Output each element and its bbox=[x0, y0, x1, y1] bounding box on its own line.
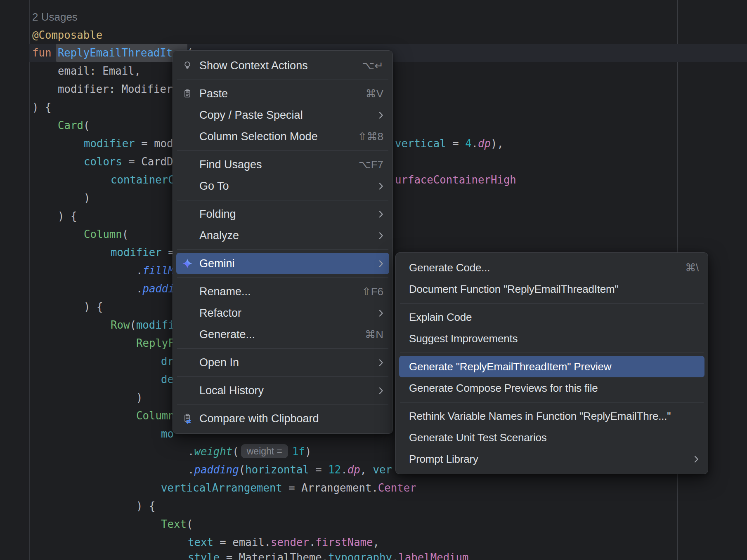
code-line[interactable]: Card( bbox=[58, 116, 90, 134]
code-line[interactable]: ) { bbox=[136, 497, 155, 515]
submenu-item-generate-unit-test-scenarios[interactable]: Generate Unit Test Scenarios bbox=[396, 427, 708, 448]
code-token: ( bbox=[83, 119, 90, 132]
code-line[interactable]: Column( bbox=[84, 225, 128, 243]
code-token: Row bbox=[111, 319, 130, 331]
menu-separator bbox=[173, 373, 392, 380]
code-token: labelMedium bbox=[398, 551, 468, 560]
menu-item-label: Paste bbox=[199, 87, 357, 100]
code-line[interactable]: ReplyF bbox=[136, 334, 175, 352]
submenu-item-generate-compose-previews-for-this-file[interactable]: Generate Compose Previews for this file bbox=[396, 377, 708, 399]
menu-item-gemini[interactable]: Gemini bbox=[176, 253, 389, 274]
shortcut-hint: ⌘\ bbox=[685, 261, 699, 274]
code-line[interactable]: email: Email, bbox=[58, 62, 141, 80]
code-line[interactable]: ) bbox=[84, 189, 90, 207]
menu-item-refactor[interactable]: Refactor bbox=[173, 302, 392, 324]
code-token: . bbox=[322, 551, 328, 560]
gemini-submenu: Generate Code...⌘\Document Function "Rep… bbox=[395, 252, 708, 474]
menu-item-folding[interactable]: Folding bbox=[173, 203, 392, 225]
menu-item-analyze[interactable]: Analyze bbox=[173, 225, 392, 246]
code-token: modifier: Modifier bbox=[58, 83, 173, 95]
submenu-item-prompt-library[interactable]: Prompt Library bbox=[396, 448, 708, 470]
code-token: weight bbox=[194, 445, 232, 458]
menu-item-label: Copy / Paste Special bbox=[199, 109, 371, 122]
code-line[interactable]: style = MaterialTheme.typography.labelMe… bbox=[188, 548, 469, 560]
shortcut-hint: ⌥F7 bbox=[359, 158, 383, 171]
code-token: de bbox=[161, 373, 174, 386]
submenu-item-document-function-replyemailthreaditem[interactable]: Document Function "ReplyEmailThreadItem" bbox=[396, 278, 708, 300]
ide-editor-screen: { "editor": { "colors": { "background": … bbox=[0, 0, 747, 560]
code-token: ReplyF bbox=[136, 337, 175, 349]
code-line[interactable]: .padding(horizontal = 12.dp, ver bbox=[188, 461, 392, 479]
code-token: ) { bbox=[32, 101, 51, 113]
menu-item-label: Gemini bbox=[199, 257, 371, 270]
menu-item-column-selection-mode[interactable]: Column Selection Mode⇧⌘8 bbox=[173, 126, 392, 147]
code-token: ) bbox=[84, 192, 90, 204]
code-line[interactable]: mo bbox=[161, 425, 174, 443]
code-token: ver bbox=[373, 464, 392, 476]
menu-item-label: Generate Compose Previews for this file bbox=[409, 382, 699, 395]
menu-item-label: Suggest Improvements bbox=[409, 332, 699, 345]
submenu-item-explain-code[interactable]: Explain Code bbox=[396, 306, 708, 328]
submenu-item-rethink-variable-names-in-function-replyemailthre[interactable]: Rethink Variable Names in Function "Repl… bbox=[396, 405, 708, 427]
code-token: firstName bbox=[315, 536, 373, 548]
submenu-item-generate-replyemailthreaditem-preview[interactable]: Generate "ReplyEmailThreadItem" Preview bbox=[399, 356, 704, 377]
code-token: . bbox=[472, 137, 478, 150]
code-line[interactable]: fun ReplyEmailThreadIt bbox=[32, 44, 173, 62]
code-line[interactable]: .fillM bbox=[136, 261, 175, 280]
code-line[interactable]: dr bbox=[161, 352, 174, 370]
code-line[interactable]: Text( bbox=[161, 515, 193, 533]
menu-item-copy-paste-special[interactable]: Copy / Paste Special bbox=[173, 104, 392, 126]
icon-spacer bbox=[181, 131, 194, 142]
submenu-item-suggest-improvements[interactable]: Suggest Improvements bbox=[396, 328, 708, 349]
menu-item-label: Show Context Actions bbox=[199, 59, 354, 72]
code-token: containerC bbox=[111, 174, 175, 186]
code-token: Text bbox=[161, 518, 187, 530]
code-line[interactable]: vertical = 4.dp), bbox=[395, 134, 504, 153]
code-token: dr bbox=[161, 355, 174, 367]
code-line[interactable]: ) { bbox=[32, 98, 51, 116]
code-line[interactable]: .weight(weight =1f) bbox=[188, 442, 311, 461]
menu-item-open-in[interactable]: Open In bbox=[173, 352, 392, 373]
code-line[interactable]: ) { bbox=[84, 298, 103, 316]
menu-item-local-history[interactable]: Local History bbox=[173, 380, 392, 401]
icon-spacer bbox=[181, 208, 194, 220]
menu-item-label: Column Selection Mode bbox=[199, 130, 350, 143]
code-line[interactable]: ) { bbox=[58, 207, 77, 225]
menu-item-label: Explain Code bbox=[409, 311, 699, 324]
code-line[interactable]: Column bbox=[136, 407, 175, 425]
code-token: MaterialTheme bbox=[239, 551, 322, 560]
code-line[interactable]: ) bbox=[136, 388, 142, 407]
code-token: 12 bbox=[328, 464, 341, 476]
code-line[interactable]: containerC bbox=[111, 171, 175, 189]
code-token: ( bbox=[122, 228, 128, 240]
icon-spacer bbox=[181, 307, 194, 319]
menu-item-find-usages[interactable]: Find Usages⌥F7 bbox=[173, 154, 392, 175]
code-line[interactable]: de bbox=[161, 370, 174, 388]
menu-item-paste[interactable]: Paste⌘V bbox=[173, 83, 392, 104]
code-token: email: Email, bbox=[58, 65, 141, 77]
code-line[interactable]: colors = CardD bbox=[84, 153, 173, 171]
code-line[interactable]: @Composable bbox=[32, 26, 102, 44]
menu-separator bbox=[173, 401, 392, 408]
code-line[interactable]: modifier = bbox=[111, 243, 175, 261]
code-token: CardD bbox=[141, 155, 173, 168]
icon-spacer bbox=[181, 385, 194, 396]
clipboard-paste-icon bbox=[181, 88, 194, 99]
code-token: 4 bbox=[465, 137, 471, 150]
code-line[interactable]: modifier: Modifier bbox=[58, 80, 173, 98]
menu-item-compare-with-clipboard[interactable]: Compare with Clipboard bbox=[173, 408, 392, 429]
menu-item-generate[interactable]: Generate...⌘N bbox=[173, 324, 392, 345]
code-token: = bbox=[309, 464, 328, 476]
menu-item-go-to[interactable]: Go To bbox=[173, 175, 392, 197]
menu-separator bbox=[173, 197, 392, 203]
submenu-item-generate-code[interactable]: Generate Code...⌘\ bbox=[396, 257, 708, 278]
code-line[interactable]: modifier = mod bbox=[84, 134, 173, 153]
code-line[interactable]: .paddi bbox=[136, 280, 175, 298]
menu-item-show-context-actions[interactable]: Show Context Actions⌥↵ bbox=[173, 55, 392, 76]
code-line[interactable]: urfaceContainerHigh bbox=[395, 171, 516, 189]
code-line[interactable]: verticalArrangement = Arrangement.Center bbox=[161, 479, 416, 497]
menu-item-rename[interactable]: Rename...⇧F6 bbox=[173, 281, 392, 302]
code-line[interactable]: 2 Usages bbox=[32, 8, 78, 26]
code-token: urfaceContainerHigh bbox=[395, 174, 516, 186]
code-line[interactable]: Row(modifi bbox=[111, 316, 175, 334]
